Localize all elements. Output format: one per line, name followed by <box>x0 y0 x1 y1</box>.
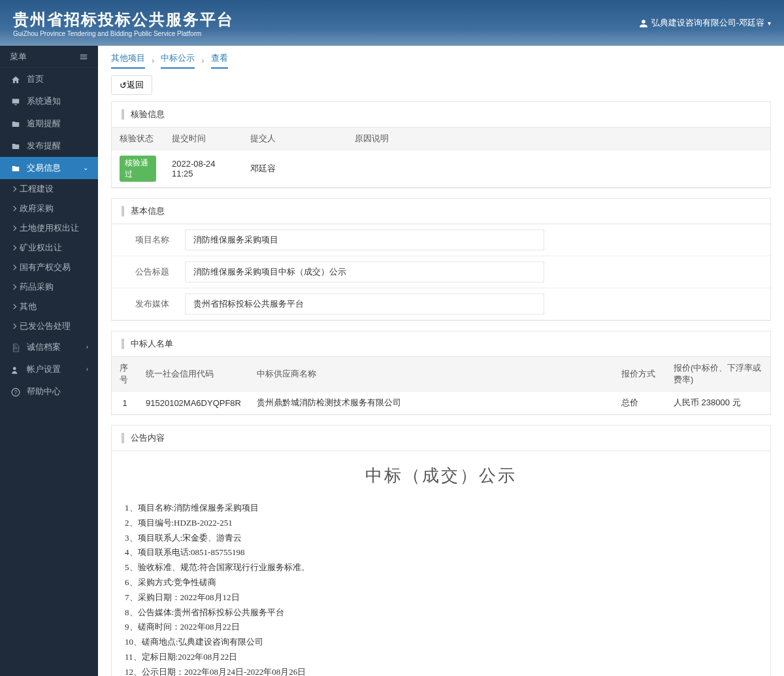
sidebar-subitem-7[interactable]: 已发公告处理 <box>0 316 98 336</box>
table-row: 发布媒体 贵州省招标投标公共服务平台 <box>112 288 770 320</box>
user-icon <box>639 18 648 28</box>
chevron-down-icon: ▾ <box>768 20 771 27</box>
th-price: 报价(中标价、下浮率或费率) <box>666 357 770 392</box>
th-time: 提交时间 <box>164 127 242 150</box>
cell-price: 人民币 238000 元 <box>666 392 770 414</box>
site-title-en: GuiZhou Province Tendering and Bidding P… <box>13 30 234 37</box>
sidebar-subitem-3[interactable]: 矿业权出让 <box>0 238 98 258</box>
sidebar-item-label: 帮助中心 <box>27 380 61 403</box>
folder-icon <box>10 135 22 157</box>
sidebar-item-label: 诚信档案 <box>27 336 61 358</box>
sidebar: 菜单 首页系统通知逾期提醒发布提醒交易信息⌄ 工程建设政府采购土地使用权出让矿业… <box>0 46 98 676</box>
ann-line: 11、定标日期:2022年08月22日 <box>125 651 757 664</box>
ann-line: 3、项目联系人:宋金委、游青云 <box>125 532 757 545</box>
sidebar-item-1[interactable]: 系统通知 <box>0 90 98 112</box>
submit-person: 邓廷容 <box>242 150 347 188</box>
th-reason: 原因说明 <box>347 127 770 150</box>
chevron-right-icon: › <box>86 336 88 358</box>
panel-title: 基本信息 <box>112 199 770 224</box>
folder-icon <box>10 112 22 135</box>
table-row: 项目名称 消防维保服务采购项目 <box>112 224 770 256</box>
site-title: 贵州省招标投标公共服务平台 GuiZhou Province Tendering… <box>13 9 234 37</box>
sidebar-item-label: 交易信息 <box>27 157 61 179</box>
monitor-icon <box>10 90 22 112</box>
ann-line: 8、公告媒体:贵州省招标投标公共服务平台 <box>125 606 757 620</box>
sidebar-item-label: 逾期提醒 <box>27 112 61 135</box>
panel-title: 核验信息 <box>112 102 770 127</box>
submit-time: 2022-08-24 11:25 <box>164 150 242 188</box>
ann-line: 10、磋商地点:弘典建设咨询有限公司 <box>125 635 757 649</box>
sidebar-subitem-1[interactable]: 政府采购 <box>0 199 98 218</box>
basic-table: 项目名称 消防维保服务采购项目 公告标题 消防维保服务采购项目中标（成交）公示 … <box>112 224 770 320</box>
label-media: 发布媒体 <box>112 288 177 320</box>
breadcrumb: 其他项目 › 中标公示 › 查看 <box>98 46 784 75</box>
sidebar-subitem-4[interactable]: 国有产权交易 <box>0 258 98 277</box>
table-row: 核验通过 2022-08-24 11:25 邓廷容 <box>112 150 770 188</box>
sidebar-subitem-0[interactable]: 工程建设 <box>0 179 98 199</box>
table-row: 公告标题 消防维保服务采购项目中标（成交）公示 <box>112 256 770 288</box>
sidebar-item-3[interactable]: 发布提醒 <box>0 135 98 157</box>
announcement-body: 1、项目名称:消防维保服务采购项目2、项目编号:HDZB-2022-2513、项… <box>112 501 770 676</box>
chevron-right-icon: › <box>86 358 88 380</box>
label-ann-title: 公告标题 <box>112 256 177 288</box>
ann-line: 12、公示日期：2022年08月24日-2022年08月26日 <box>125 666 757 676</box>
svg-text:?: ? <box>14 389 18 395</box>
ann-line: 4、项目联系电话:0851-85755198 <box>125 546 757 560</box>
back-label: 返回 <box>127 79 144 91</box>
basic-panel: 基本信息 项目名称 消防维保服务采购项目 公告标题 消防维保服务采购项目中标（成… <box>111 198 771 321</box>
ann-line: 2、项目编号:HDZB-2022-251 <box>125 516 757 530</box>
folder-icon <box>10 157 22 179</box>
ann-line: 5、验收标准、规范:符合国家现行行业服务标准。 <box>125 561 757 575</box>
cell-name: 贵州鼎黔城消防检测技术服务有限公司 <box>249 392 613 414</box>
sidebar-subitem-5[interactable]: 药品采购 <box>0 277 98 297</box>
panel-title: 公告内容 <box>112 426 770 451</box>
sidebar-item2-1[interactable]: 帐户设置› <box>0 358 98 380</box>
home-icon <box>10 68 22 90</box>
menu-header: 菜单 <box>0 46 98 68</box>
ann-line: 7、采购日期：2022年08月12日 <box>125 591 757 605</box>
status-badge: 核验通过 <box>120 156 156 182</box>
breadcrumb-item[interactable]: 查看 <box>211 52 228 69</box>
back-icon: ↺ <box>120 80 127 90</box>
ann-line: 6、采购方式:竞争性磋商 <box>125 576 757 590</box>
breadcrumb-sep: › <box>201 56 204 65</box>
cell-no: 1 <box>112 392 138 414</box>
user-icon <box>10 358 22 380</box>
help-icon: ? <box>10 380 22 403</box>
ann-line: 1、项目名称:消防维保服务采购项目 <box>125 501 757 515</box>
table-row: 191520102MA6DYQPF8R贵州鼎黔城消防检测技术服务有限公司总价人民… <box>112 392 770 414</box>
menu-label: 菜单 <box>10 46 27 68</box>
th-status: 核验状态 <box>112 127 164 150</box>
th-person: 提交人 <box>242 127 347 150</box>
content-panel: 公告内容 中标（成交）公示 1、项目名称:消防维保服务采购项目2、项目编号:HD… <box>111 425 771 676</box>
sidebar-subitem-6[interactable]: 其他 <box>0 297 98 316</box>
sidebar-item-label: 帐户设置 <box>27 358 61 380</box>
cell-method: 总价 <box>613 392 666 414</box>
sidebar-item-label: 系统通知 <box>27 90 61 112</box>
winners-table: 序号 统一社会信用代码 中标供应商名称 报价方式 报价(中标价、下浮率或费率) … <box>112 357 770 414</box>
main-content: 其他项目 › 中标公示 › 查看 ↺ 返回 核验信息 核验状态 提交时间 <box>98 46 784 676</box>
value-project-name: 消防维保服务采购项目 <box>185 229 544 250</box>
value-media: 贵州省招标投标公共服务平台 <box>185 294 544 314</box>
sidebar-item-label: 发布提醒 <box>27 135 61 157</box>
sidebar-item-2[interactable]: 逾期提醒 <box>0 112 98 135</box>
breadcrumb-item[interactable]: 中标公示 <box>161 52 195 69</box>
cell-code: 91520102MA6DYQPF8R <box>138 392 249 414</box>
winners-panel: 中标人名单 序号 统一社会信用代码 中标供应商名称 报价方式 报价(中标价、下浮… <box>111 331 771 415</box>
site-title-cn: 贵州省招标投标公共服务平台 <box>13 9 234 30</box>
header: 贵州省招标投标公共服务平台 GuiZhou Province Tendering… <box>0 0 784 46</box>
back-button[interactable]: ↺ 返回 <box>111 75 152 95</box>
sidebar-item2-2[interactable]: ?帮助中心 <box>0 380 98 403</box>
sidebar-subitem-2[interactable]: 土地使用权出让 <box>0 218 98 238</box>
sidebar-item-4[interactable]: 交易信息⌄ <box>0 157 98 179</box>
sidebar-item-0[interactable]: 首页 <box>0 68 98 90</box>
user-dropdown[interactable]: 弘典建设咨询有限公司-邓廷容 ▾ <box>639 17 771 29</box>
menu-toggle-icon[interactable] <box>79 46 88 68</box>
breadcrumb-sep: › <box>152 56 154 65</box>
sidebar-item2-0[interactable]: 诚信档案› <box>0 336 98 358</box>
reason <box>347 150 770 188</box>
th-no: 序号 <box>112 357 138 392</box>
breadcrumb-item[interactable]: 其他项目 <box>111 52 145 69</box>
announcement-heading: 中标（成交）公示 <box>112 451 770 500</box>
value-ann-title: 消防维保服务采购项目中标（成交）公示 <box>185 262 544 282</box>
